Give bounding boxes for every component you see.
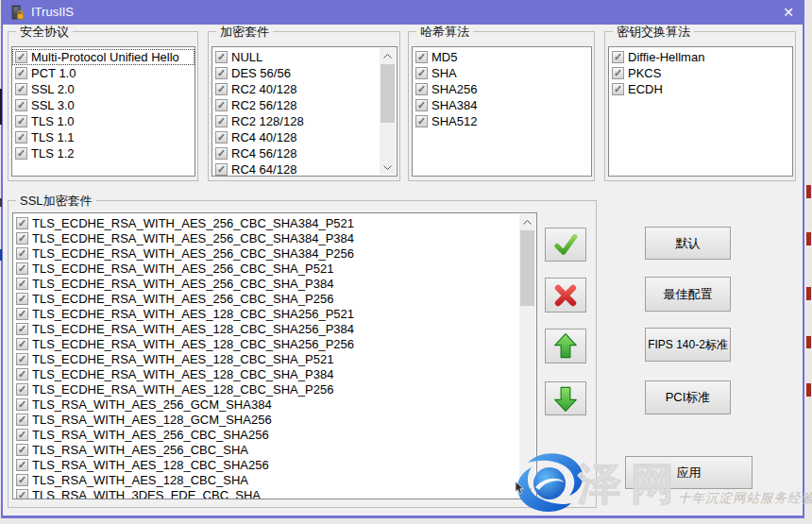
title-bar[interactable]: ITrusIIS — [1, 0, 804, 25]
checkbox-checked-icon[interactable]: ✓ — [415, 51, 428, 63]
list-item[interactable]: ✓ TLS_ECDHE_RSA_WITH_AES_128_CBC_SHA_P52… — [13, 351, 520, 366]
move-down-button[interactable] — [545, 381, 586, 415]
checkbox-checked-icon[interactable]: ✓ — [16, 368, 28, 380]
checkbox-checked-icon[interactable]: ✓ — [15, 99, 27, 111]
list-item[interactable]: ✓ SSL 3.0 — [12, 97, 195, 113]
checkbox-checked-icon[interactable]: ✓ — [415, 99, 428, 111]
move-up-button[interactable] — [545, 329, 586, 363]
list-item[interactable]: ✓ SHA512 — [413, 113, 591, 129]
list-item[interactable]: ✓ NULL — [212, 49, 381, 65]
list-item[interactable]: ✓ TLS 1.0 — [12, 113, 195, 129]
list-item[interactable]: ✓ TLS_RSA_WITH_AES_128_CBC_SHA — [13, 472, 520, 487]
checkbox-checked-icon[interactable]: ✓ — [15, 67, 27, 79]
list-item[interactable]: ✓ RC4 40/128 — [212, 129, 381, 145]
best-config-button[interactable]: 最佳配置 — [645, 277, 731, 312]
list-item[interactable]: ✓ TLS 1.1 — [12, 129, 195, 145]
fips-standard-button[interactable]: FIPS 140-2标准 — [645, 328, 731, 362]
ssl-suite-list[interactable]: ✓ TLS_ECDHE_RSA_WITH_AES_256_CBC_SHA384_… — [12, 212, 537, 499]
checkbox-checked-icon[interactable]: ✓ — [415, 67, 428, 79]
list-item[interactable]: ✓ PCT 1.0 — [12, 65, 195, 81]
checkbox-checked-icon[interactable]: ✓ — [16, 398, 28, 411]
key-exchange-list[interactable]: ✓ Diffie-Hellman ✓ PKCS ✓ ECDH — [608, 46, 793, 177]
scroll-up-icon[interactable] — [519, 214, 535, 229]
list-item[interactable]: ✓ RC4 64/128 — [212, 161, 381, 177]
list-item[interactable]: ✓ SHA384 — [413, 97, 591, 113]
list-item[interactable]: ✓ RC2 40/128 — [212, 81, 381, 97]
remove-button[interactable] — [545, 278, 586, 313]
list-item[interactable]: ✓ TLS_ECDHE_RSA_WITH_AES_256_CBC_SHA384_… — [13, 215, 520, 230]
list-item[interactable]: ✓ TLS_ECDHE_RSA_WITH_AES_256_CBC_SHA384_… — [13, 245, 520, 261]
confirm-button[interactable] — [545, 228, 586, 262]
checkbox-checked-icon[interactable]: ✓ — [16, 338, 28, 350]
scrollbar-thumb[interactable] — [520, 230, 534, 306]
default-button[interactable]: 默认 — [645, 227, 731, 260]
checkbox-checked-icon[interactable]: ✓ — [15, 51, 27, 63]
checkbox-checked-icon[interactable]: ✓ — [16, 459, 28, 471]
list-item[interactable]: ✓ MD5 — [413, 49, 591, 65]
checkbox-checked-icon[interactable]: ✓ — [215, 131, 228, 144]
checkbox-checked-icon[interactable]: ✓ — [215, 51, 228, 63]
protocol-list[interactable]: ✓ Multi-Protocol Unified Hello ✓ PCT 1.0… — [11, 46, 195, 177]
list-item[interactable]: ✓ TLS_RSA_WITH_3DES_EDE_CBC_SHA — [13, 487, 520, 499]
scrollbar-thumb[interactable] — [381, 64, 395, 123]
list-item[interactable]: ✓ RC2 128/128 — [212, 113, 381, 129]
list-item[interactable]: ✓ TLS_ECDHE_RSA_WITH_AES_256_CBC_SHA_P38… — [13, 276, 520, 291]
list-item[interactable]: ✓ TLS_RSA_WITH_AES_256_CBC_SHA — [13, 442, 520, 457]
checkbox-checked-icon[interactable]: ✓ — [16, 444, 28, 456]
checkbox-checked-icon[interactable]: ✓ — [16, 262, 28, 275]
list-item[interactable]: ✓ TLS_ECDHE_RSA_WITH_AES_128_CBC_SHA256_… — [13, 336, 520, 351]
list-item[interactable]: ✓ ECDH — [609, 81, 792, 97]
checkbox-checked-icon[interactable]: ✓ — [15, 131, 27, 144]
cipher-list[interactable]: ✓ NULL ✓ DES 56/56 ✓ RC2 40/128 ✓ RC2 56… — [211, 46, 398, 177]
list-item[interactable]: ✓ TLS_ECDHE_RSA_WITH_AES_256_CBC_SHA_P52… — [13, 261, 520, 276]
checkbox-checked-icon[interactable]: ✓ — [612, 83, 624, 95]
checkbox-checked-icon[interactable]: ✓ — [612, 51, 624, 63]
checkbox-checked-icon[interactable]: ✓ — [15, 147, 27, 160]
checkbox-checked-icon[interactable]: ✓ — [215, 83, 228, 95]
list-item[interactable]: ✓ TLS_ECDHE_RSA_WITH_AES_128_CBC_SHA256_… — [13, 306, 520, 321]
scroll-up-icon[interactable] — [380, 48, 396, 63]
list-item[interactable]: ✓ TLS_RSA_WITH_AES_128_GCM_SHA256 — [13, 412, 520, 427]
pci-standard-button[interactable]: PCI标准 — [645, 380, 731, 414]
list-item[interactable]: ✓ TLS_RSA_WITH_AES_256_GCM_SHA384 — [13, 397, 520, 412]
checkbox-checked-icon[interactable]: ✓ — [16, 353, 28, 365]
list-item[interactable]: ✓ TLS_ECDHE_RSA_WITH_AES_128_CBC_SHA_P38… — [13, 366, 520, 381]
cipher-list-scrollbar[interactable] — [380, 48, 396, 175]
checkbox-checked-icon[interactable]: ✓ — [15, 115, 27, 127]
list-item[interactable]: ✓ TLS 1.2 — [12, 145, 195, 161]
list-item[interactable]: ✓ SSL 2.0 — [12, 81, 195, 97]
checkbox-checked-icon[interactable]: ✓ — [215, 147, 228, 160]
list-item[interactable]: ✓ RC4 56/128 — [212, 145, 381, 161]
list-item[interactable]: ✓ RC2 56/128 — [212, 97, 381, 113]
list-item[interactable]: ✓ TLS_ECDHE_RSA_WITH_AES_256_CBC_SHA_P25… — [13, 291, 520, 306]
list-item[interactable]: ✓ TLS_ECDHE_RSA_WITH_AES_128_CBC_SHA256_… — [13, 321, 520, 336]
list-item[interactable]: ✓ SHA — [413, 65, 591, 81]
list-item[interactable]: ✓ PKCS — [609, 65, 792, 81]
checkbox-checked-icon[interactable]: ✓ — [415, 83, 428, 95]
apply-button[interactable]: 应用 — [625, 456, 753, 489]
close-button[interactable]: ✕ — [772, 0, 804, 25]
checkbox-checked-icon[interactable]: ✓ — [612, 67, 624, 79]
ssl-list-scrollbar[interactable] — [519, 214, 535, 498]
checkbox-checked-icon[interactable]: ✓ — [415, 115, 428, 127]
list-item[interactable]: ✓ Diffie-Hellman — [609, 49, 792, 65]
checkbox-checked-icon[interactable]: ✓ — [16, 383, 28, 396]
checkbox-checked-icon[interactable]: ✓ — [16, 489, 28, 500]
list-item[interactable]: ✓ TLS_RSA_WITH_AES_256_CBC_SHA256 — [13, 427, 520, 442]
list-item[interactable]: ✓ TLS_ECDHE_RSA_WITH_AES_128_CBC_SHA_P25… — [13, 381, 520, 397]
list-item[interactable]: ✓ SHA256 — [413, 81, 591, 97]
checkbox-checked-icon[interactable]: ✓ — [16, 278, 28, 290]
scroll-down-icon[interactable] — [380, 160, 396, 175]
scroll-down-icon[interactable] — [519, 482, 535, 498]
list-item[interactable]: ✓ DES 56/56 — [212, 65, 381, 81]
checkbox-checked-icon[interactable]: ✓ — [16, 429, 28, 441]
checkbox-checked-icon[interactable]: ✓ — [16, 414, 28, 426]
checkbox-checked-icon[interactable]: ✓ — [16, 323, 28, 335]
hash-list[interactable]: ✓ MD5 ✓ SHA ✓ SHA256 ✓ SHA384 — [412, 46, 592, 177]
checkbox-checked-icon[interactable]: ✓ — [16, 293, 28, 305]
checkbox-checked-icon[interactable]: ✓ — [215, 67, 228, 79]
checkbox-checked-icon[interactable]: ✓ — [215, 99, 228, 111]
checkbox-checked-icon[interactable]: ✓ — [215, 163, 228, 176]
list-item[interactable]: ✓ TLS_RSA_WITH_AES_128_CBC_SHA256 — [13, 457, 520, 472]
list-item[interactable]: ✓ Multi-Protocol Unified Hello — [12, 49, 195, 65]
